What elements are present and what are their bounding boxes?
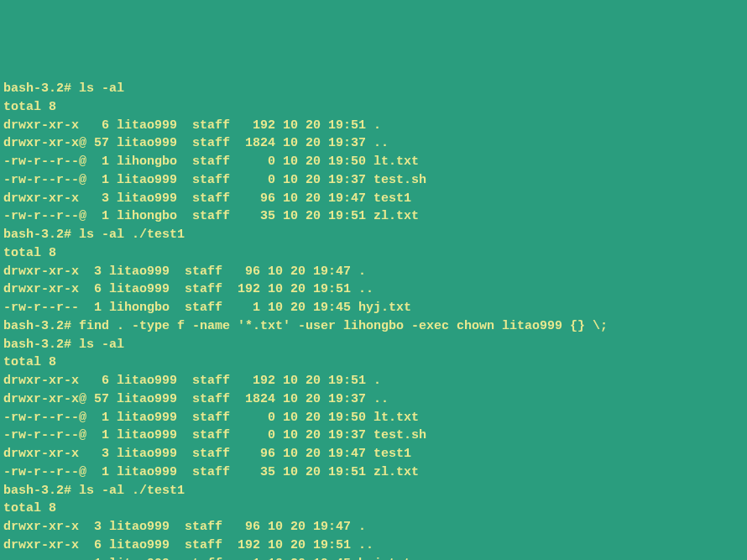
terminal-line: bash-3.2# ls -al xyxy=(3,80,744,98)
terminal-line: bash-3.2# find . -type f -name '*.txt' -… xyxy=(3,317,744,336)
terminal-line: drwxr-xr-x 6 litao999 staff 192 10 20 19… xyxy=(3,372,744,390)
terminal-line: drwxr-xr-x@ 57 litao999 staff 1824 10 20… xyxy=(3,390,744,409)
terminal-line: -rw-r--r--@ 1 lihongbo staff 35 10 20 19… xyxy=(3,207,744,226)
terminal-line: total 8 xyxy=(3,244,744,263)
terminal-line: -rw-r--r--@ 1 litao999 staff 0 10 20 19:… xyxy=(3,171,744,190)
terminal-line: drwxr-xr-x 3 litao999 staff 96 10 20 19:… xyxy=(3,445,744,463)
terminal-line: -rw-r--r-- 1 lihongbo staff 1 10 20 19:4… xyxy=(3,299,744,317)
terminal-line: total 8 xyxy=(3,500,744,518)
terminal-output[interactable]: bash-3.2# ls -altotal 8drwxr-xr-x 6 lita… xyxy=(3,80,744,560)
terminal-line: drwxr-xr-x@ 57 litao999 staff 1824 10 20… xyxy=(3,134,744,153)
terminal-line: bash-3.2# ls -al ./test1 xyxy=(3,226,744,244)
terminal-line: total 8 xyxy=(3,98,744,117)
terminal-line: -rw-r--r-- 1 litao999 staff 1 10 20 19:4… xyxy=(3,555,744,561)
terminal-line: total 8 xyxy=(3,353,744,372)
terminal-line: drwxr-xr-x 6 litao999 staff 192 10 20 19… xyxy=(3,117,744,135)
terminal-line: drwxr-xr-x 6 litao999 staff 192 10 20 19… xyxy=(3,536,744,555)
terminal-line: -rw-r--r--@ 1 litao999 staff 35 10 20 19… xyxy=(3,463,744,482)
terminal-line: bash-3.2# ls -al xyxy=(3,336,744,354)
terminal-line: drwxr-xr-x 3 litao999 staff 96 10 20 19:… xyxy=(3,190,744,208)
terminal-line: drwxr-xr-x 3 litao999 staff 96 10 20 19:… xyxy=(3,518,744,536)
terminal-line: drwxr-xr-x 6 litao999 staff 192 10 20 19… xyxy=(3,280,744,299)
terminal-line: bash-3.2# ls -al ./test1 xyxy=(3,482,744,500)
terminal-line: -rw-r--r--@ 1 lihongbo staff 0 10 20 19:… xyxy=(3,153,744,171)
terminal-line: -rw-r--r--@ 1 litao999 staff 0 10 20 19:… xyxy=(3,409,744,427)
terminal-line: -rw-r--r--@ 1 litao999 staff 0 10 20 19:… xyxy=(3,427,744,445)
terminal-line: drwxr-xr-x 3 litao999 staff 96 10 20 19:… xyxy=(3,263,744,281)
